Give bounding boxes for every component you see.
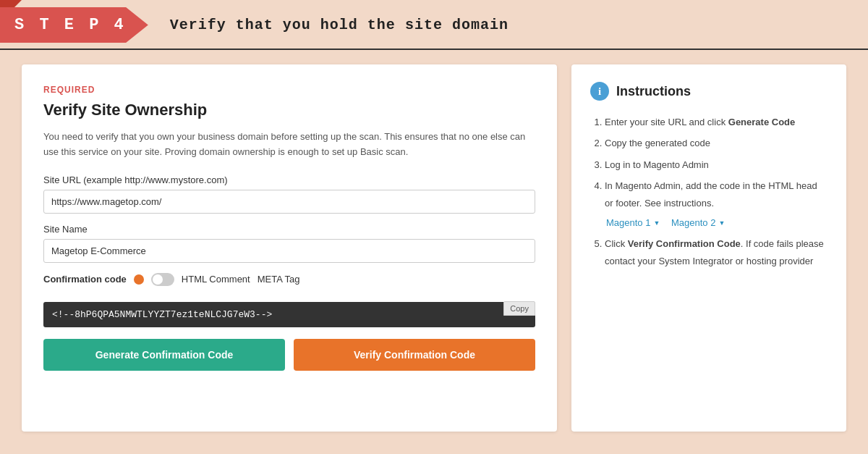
html-comment-label: HTML Comment (182, 274, 250, 285)
main-content: REQUIRED Verify Site Ownership You need … (0, 50, 868, 446)
magento1-link[interactable]: Magento 1 (606, 214, 660, 231)
verify-code-bold: Verify Confirmation Code (628, 238, 741, 249)
instructions-title: Instructions (616, 84, 691, 99)
meta-tag-label: META Tag (258, 274, 300, 285)
confirmation-code-label: Confirmation code (43, 274, 127, 285)
generate-code-bold: Generate Code (728, 117, 795, 127)
card-description: You need to verify that you own your bus… (43, 130, 535, 160)
list-item: In Magento Admin, add the code in the HT… (605, 177, 827, 231)
verify-confirmation-code-button[interactable]: Verify Confirmation Code (294, 339, 535, 371)
confirmation-code-row: Confirmation code HTML Comment META Tag (43, 273, 535, 286)
instructions-list: Enter your site URL and click Generate C… (590, 114, 827, 269)
list-item: Enter your site URL and click Generate C… (605, 114, 827, 130)
page-header: S T E P 4 Verify that you hold the site … (0, 0, 868, 50)
action-buttons: Generate Confirmation Code Verify Confir… (43, 339, 535, 371)
instruction-text: Log in to Magento Admin (605, 159, 709, 170)
step-badge: S T E P 4 (0, 7, 148, 43)
code-display: <!--8hP6QPA5NMWTLYYZT7ez1teNLCJG7eW3--> (43, 302, 535, 327)
list-item: Copy the generated code (605, 135, 827, 151)
orange-dot-icon (134, 274, 144, 285)
magento2-link[interactable]: Magento 2 (671, 214, 725, 231)
site-name-label: Site Name (43, 224, 535, 235)
list-item: Log in to Magento Admin (605, 156, 827, 173)
page-title: Verify that you hold the site domain (170, 17, 509, 33)
required-label: REQUIRED (43, 85, 535, 95)
right-card: i Instructions Enter your site URL and c… (571, 64, 846, 432)
code-box-wrapper: Copy <!--8hP6QPA5NMWTLYYZT7ez1teNLCJG7eW… (43, 302, 535, 327)
instruction-text: Copy the generated code (605, 138, 710, 148)
generate-confirmation-code-button[interactable]: Generate Confirmation Code (43, 339, 285, 371)
instructions-header: i Instructions (590, 82, 827, 101)
site-name-input[interactable] (43, 239, 535, 263)
header-divider (0, 49, 868, 50)
left-card: REQUIRED Verify Site Ownership You need … (22, 64, 557, 432)
info-icon: i (590, 82, 609, 101)
card-title: Verify Site Ownership (43, 101, 535, 119)
html-comment-toggle[interactable] (151, 273, 174, 286)
list-item: Click Verify Confirmation Code. If code … (605, 235, 827, 269)
copy-button[interactable]: Copy (503, 301, 535, 316)
links-row: Magento 1 Magento 2 (605, 214, 827, 231)
site-url-label: Site URL (example http://www.mystore.com… (43, 175, 535, 185)
instruction-text: In Magento Admin, add the code in the HT… (605, 180, 817, 208)
site-url-input[interactable] (43, 190, 535, 214)
